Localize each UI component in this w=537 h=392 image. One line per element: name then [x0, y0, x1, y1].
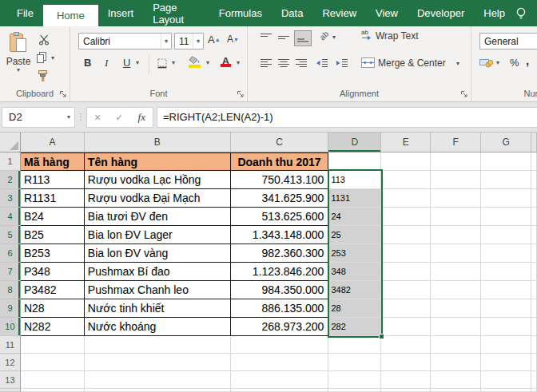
cell-F8[interactable]: [431, 281, 481, 299]
cell-H9[interactable]: [531, 299, 537, 318]
column-header-H[interactable]: [531, 133, 537, 152]
cell-C9[interactable]: 886.135.000: [231, 299, 329, 318]
align-middle-button[interactable]: [278, 33, 290, 42]
cell-H10[interactable]: [531, 318, 537, 336]
percent-style-button[interactable]: %: [510, 57, 519, 69]
cell-B9[interactable]: Nước tinh khiết: [85, 299, 231, 318]
row-header-1[interactable]: 1: [0, 152, 21, 171]
paste-button[interactable]: Paste ▾: [3, 30, 34, 92]
merge-center-dropdown-arrow[interactable]: ▾: [456, 61, 459, 67]
align-right-button[interactable]: [296, 58, 308, 68]
cell-B6[interactable]: Bia lon ĐV vàng: [85, 244, 231, 263]
underline-button[interactable]: U: [123, 57, 130, 69]
align-top-button[interactable]: [261, 33, 272, 42]
tab-insert[interactable]: Insert: [98, 0, 144, 26]
cell-F3[interactable]: [431, 189, 481, 208]
cell-B1[interactable]: Tên hàng: [85, 152, 231, 171]
row-header-12[interactable]: 12: [0, 354, 21, 371]
cell-E11[interactable]: [381, 336, 431, 354]
orientation-dropdown-arrow[interactable]: ▾: [332, 34, 336, 41]
align-center-button[interactable]: [278, 58, 290, 68]
row-header-6[interactable]: 6: [0, 244, 21, 263]
cell-F13[interactable]: [431, 371, 481, 389]
cell-C1[interactable]: Doanh thu 2017: [231, 152, 329, 171]
cell-F9[interactable]: [431, 299, 481, 318]
cell-B13[interactable]: [85, 371, 231, 389]
cell-E3[interactable]: [381, 189, 431, 208]
cell-F7[interactable]: [431, 263, 481, 281]
cell-C12[interactable]: [231, 354, 329, 371]
cell-D11[interactable]: [328, 336, 381, 354]
cell-E12[interactable]: [381, 354, 431, 371]
decrease-font-size-button[interactable]: A▼: [227, 34, 239, 45]
cell-A4[interactable]: B24: [21, 208, 85, 226]
cell-C10[interactable]: 268.973.200: [231, 318, 329, 336]
cell-H6[interactable]: [531, 244, 537, 263]
cell-D1[interactable]: [328, 152, 381, 171]
tab-view[interactable]: View: [366, 0, 408, 26]
cell-D6[interactable]: 253: [328, 244, 381, 263]
cell-G13[interactable]: [481, 371, 531, 389]
tab-formulas[interactable]: Formulas: [209, 0, 272, 26]
cell-C2[interactable]: 750.413.100: [231, 171, 329, 189]
cell-H[interactable]: [531, 389, 537, 392]
cell-C3[interactable]: 341.625.900: [231, 189, 329, 208]
row-header-9[interactable]: 9: [0, 299, 21, 318]
cell-G8[interactable]: [481, 281, 531, 299]
row-header-14[interactable]: [0, 389, 21, 392]
accounting-format-button[interactable]: [479, 57, 493, 68]
cell-B10[interactable]: Nước khoáng: [85, 318, 231, 336]
name-box[interactable]: D2 ▾: [2, 107, 75, 128]
bold-button[interactable]: B: [84, 57, 91, 69]
tell-me-lightbulb-icon[interactable]: [515, 0, 527, 26]
cell-F6[interactable]: [431, 244, 481, 263]
cell-C5[interactable]: 1.343.148.000: [231, 226, 329, 244]
tab-developer[interactable]: Developer: [408, 0, 474, 26]
cell-E1[interactable]: [381, 152, 431, 171]
cell-H8[interactable]: [531, 281, 537, 299]
accounting-dropdown-arrow[interactable]: ▾: [496, 60, 499, 66]
tab-home[interactable]: Home: [43, 5, 98, 26]
cell-B8[interactable]: Pushmax Chanh leo: [85, 281, 231, 299]
cell-D[interactable]: [328, 389, 381, 392]
borders-button[interactable]: [157, 57, 168, 69]
cell-D9[interactable]: 28: [328, 299, 381, 318]
font-dialog-launcher-icon[interactable]: [237, 90, 245, 98]
cell-H2[interactable]: [531, 171, 537, 189]
cell-A5[interactable]: B25: [21, 226, 85, 244]
cell-A6[interactable]: B253: [21, 244, 85, 263]
cell-A7[interactable]: P348: [21, 263, 85, 281]
cell-E6[interactable]: [381, 244, 431, 263]
font-name-dropdown-arrow[interactable]: ▾: [161, 34, 171, 49]
row-header-8[interactable]: 8: [0, 281, 21, 299]
cell-B2[interactable]: Rượu vodka Lạc Hồng: [85, 171, 231, 189]
row-header-5[interactable]: 5: [0, 226, 21, 244]
cell-H1[interactable]: [531, 152, 537, 171]
cell-H5[interactable]: [531, 226, 537, 244]
cell-D4[interactable]: 24: [328, 208, 381, 226]
row-header-2[interactable]: 2: [0, 171, 21, 189]
cell-B7[interactable]: Pushmax Bí đao: [85, 263, 231, 281]
select-all-corner[interactable]: [0, 133, 21, 152]
cell-C6[interactable]: 982.360.300: [231, 244, 329, 263]
tab-data[interactable]: Data: [272, 0, 312, 26]
font-color-button[interactable]: A: [221, 55, 231, 65]
cell-H13[interactable]: [531, 371, 537, 389]
cell-A9[interactable]: N28: [21, 299, 85, 318]
copy-button[interactable]: [37, 52, 47, 63]
cell-D8[interactable]: 3482: [328, 281, 381, 299]
column-header-B[interactable]: B: [85, 133, 231, 152]
cell-A8[interactable]: P3482: [21, 281, 85, 299]
format-painter-button[interactable]: [38, 70, 48, 81]
copy-dropdown-arrow[interactable]: ▾: [51, 55, 54, 61]
align-bottom-button[interactable]: [294, 30, 312, 46]
tab-review[interactable]: Review: [312, 0, 366, 26]
cell-G12[interactable]: [481, 354, 531, 371]
font-size-combobox[interactable]: 11 ▾: [174, 33, 204, 49]
cut-button[interactable]: [38, 34, 50, 46]
cell-B11[interactable]: [85, 336, 231, 354]
row-header-13[interactable]: 13: [0, 371, 21, 389]
fill-color-dropdown-arrow[interactable]: ▾: [206, 60, 209, 66]
cell-B4[interactable]: Bia tươi ĐV đen: [85, 208, 231, 226]
decrease-indent-button[interactable]: [316, 58, 328, 68]
